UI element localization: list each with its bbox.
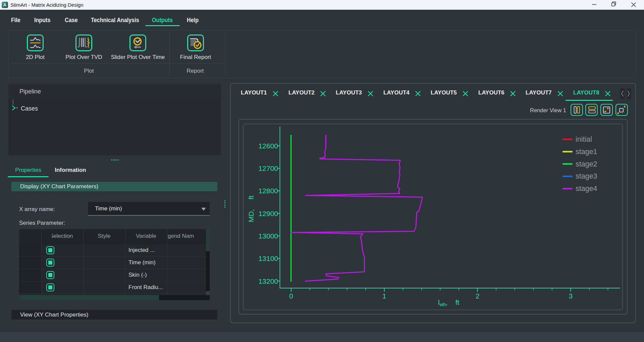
svg-text:12900: 12900 [259, 210, 278, 217]
svg-text:12600: 12600 [259, 142, 278, 150]
svg-text:stage3: stage3 [576, 172, 597, 180]
svg-text:0: 0 [289, 292, 293, 300]
svg-text:1: 1 [382, 292, 386, 300]
svg-text:3: 3 [569, 292, 573, 300]
svg-text:2: 2 [476, 292, 480, 300]
svg-text:MD, ft: MD, ft [247, 196, 255, 222]
svg-text:stage1: stage1 [576, 148, 597, 156]
svg-text:12800: 12800 [259, 187, 278, 195]
svg-text:13000: 13000 [259, 232, 278, 240]
svg-text:12700: 12700 [259, 164, 278, 172]
svg-text:stage2: stage2 [576, 160, 597, 168]
svg-text:13200: 13200 [259, 277, 278, 285]
svg-text:stage4: stage4 [576, 185, 597, 193]
svg-text:initial: initial [576, 135, 592, 143]
svg-text:lwh, ft: lwh, ft [438, 298, 460, 307]
svg-text:13100: 13100 [259, 255, 278, 262]
